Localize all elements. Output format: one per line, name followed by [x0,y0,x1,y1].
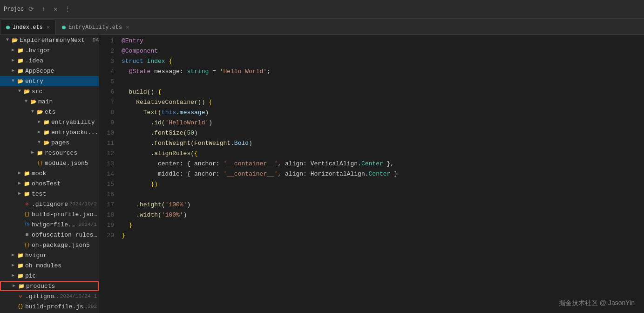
line-number-14: 14 [99,169,114,179]
code-line-1: @Entry [122,36,644,46]
line-numbers: 1234567891011121314151617181920 [99,35,118,313]
sidebar-item-pages[interactable]: 📂pages [0,137,99,148]
more-icon[interactable]: ⋮ [63,5,72,14]
line-number-20: 20 [99,231,114,241]
line-number-4: 4 [99,67,114,77]
tab-entry-ability-ets[interactable]: EntryAbility.ets✕ [56,20,135,34]
arrow-icon [22,98,30,105]
code-line-18: .width('100%') [122,210,644,220]
line-number-15: 15 [99,179,114,190]
line-number-9: 9 [99,118,114,128]
sidebar-item-gitignore[interactable]: ⊘.gitignore2024/10/2 [0,199,99,209]
code-line-8: Text(this.message) [122,108,644,118]
sidebar-item-products[interactable]: 📁products [0,281,99,291]
line-number-8: 8 [99,108,114,118]
sidebar-item-build-profile[interactable]: {}build-profile.json5 [0,209,99,219]
sidebar-item-hvigorfile-ts[interactable]: TShvigorfile.ts2024/1 [0,219,99,230]
sidebar-item-src[interactable]: 📂src [0,86,99,96]
sidebar-item-test[interactable]: 📁test [0,189,99,199]
code-line-12: .alignRules({ [122,149,644,159]
line-number-1: 1 [99,36,114,46]
up-icon[interactable]: ↑ [39,5,48,14]
sidebar-item-main[interactable]: 📂main [0,96,99,107]
sidebar-item-ohostest[interactable]: 📁ohosTest [0,178,99,189]
arrow-icon [16,180,23,187]
line-number-5: 5 [99,77,114,87]
line-number-12: 12 [99,149,114,159]
sidebar-item-pic[interactable]: 📁pic [0,271,99,281]
code-line-11: .fontWeight(FontWeight.Bold) [122,138,644,149]
arrow-icon [35,118,43,126]
sidebar-item-entrybacku[interactable]: 📁entrybacku... [0,127,99,137]
sidebar-item-obfuscation-rules[interactable]: ≡obfuscation-rules.t... [0,230,99,240]
code-line-14: middle: { anchor: '__container__', align… [122,169,644,179]
sidebar-item-explore-harmony-next[interactable]: 📂ExploreHarmonyNextDA [0,35,99,45]
code-line-20: } [122,231,644,241]
arrow-icon [29,108,36,116]
line-number-17: 17 [99,200,114,210]
sidebar-item-entryability[interactable]: 📁entryability [0,117,99,127]
code-line-9: .id('HelloWorld') [122,118,644,128]
arrow-icon [10,282,18,290]
code-line-3: struct Index { [122,56,644,67]
sidebar-item-appscope[interactable]: 📁AppScope [0,66,99,76]
close-icon[interactable]: ✕ [51,5,60,14]
line-number-13: 13 [99,159,114,169]
arrow-icon [35,129,43,136]
line-number-11: 11 [99,138,114,149]
code-line-17: .height('100%') [122,200,644,210]
line-number-7: 7 [99,97,114,108]
arrow-icon [16,170,23,177]
sidebar-item-hvigor-root[interactable]: 📁hvigor [0,250,99,260]
arrow-icon [9,272,17,279]
arrow-icon [9,57,17,64]
line-number-10: 10 [99,128,114,138]
arrow-icon [9,67,17,75]
arrow-icon [4,36,11,44]
arrow-icon [9,252,17,259]
sidebar-item-idea[interactable]: 📁.idea [0,55,99,66]
tabs-bar: Index.ets✕EntryAbility.ets✕ [0,19,644,35]
sidebar-item-root-build-profile[interactable]: {}build-profile.json5202 [0,301,99,312]
code-line-6: build() { [122,87,644,97]
sidebar-item-entry[interactable]: 📂entry [0,76,99,86]
code-line-10: .fontSize(50) [122,128,644,138]
line-number-18: 18 [99,210,114,220]
sidebar-item-hvigor[interactable]: 📁.hvigor [0,45,99,55]
sidebar: 📂ExploreHarmonyNextDA📁.hvigor📁.idea📁AppS… [0,35,99,313]
sidebar-item-ets[interactable]: 📂ets [0,107,99,117]
project-label: Projec [4,6,24,13]
arrow-icon [9,262,17,269]
arrow-icon [16,88,23,95]
line-number-2: 2 [99,46,114,56]
line-number-19: 19 [99,220,114,231]
code-area: 1234567891011121314151617181920 @Entry@C… [99,35,644,313]
sync-icon[interactable]: ⟳ [27,5,36,14]
code-line-4: @State message: string = 'Hello World'; [122,67,644,77]
code-line-16 [122,190,644,200]
code-line-15: }) [122,179,644,190]
code-line-2: @Component [122,46,644,56]
sidebar-item-root-gitignore[interactable]: ⊘.gitignore2024/10/24 1 [0,291,99,301]
arrow-icon [9,77,17,85]
line-number-16: 16 [99,190,114,200]
main-area: 📂ExploreHarmonyNextDA📁.hvigor📁.idea📁AppS… [0,35,644,313]
arrow-icon [35,139,43,146]
code-line-19: } [122,220,644,231]
sidebar-item-mock[interactable]: 📁mock [0,168,99,178]
line-number-3: 3 [99,56,114,67]
watermark: 掘金技术社区 @ JasonYin [559,299,635,307]
line-number-6: 6 [99,87,114,97]
sidebar-item-oh-package-json5[interactable]: {}oh-package.json5 [0,240,99,250]
arrow-icon [29,149,36,156]
sidebar-item-module-json5[interactable]: {}module.json5 [0,158,99,168]
code-line-13: center: { anchor: '__container__', align… [122,159,644,169]
code-line-7: RelativeContainer() { [122,97,644,108]
arrow-icon [9,47,17,54]
sidebar-item-resources[interactable]: 📁resources [0,148,99,158]
code-content[interactable]: @Entry@Componentstruct Index { @State me… [118,35,644,313]
code-line-5 [122,77,644,87]
tab-index-ets[interactable]: Index.ets✕ [0,20,56,34]
arrow-icon [16,190,23,197]
sidebar-item-oh-modules[interactable]: 📁oh_modules [0,260,99,271]
